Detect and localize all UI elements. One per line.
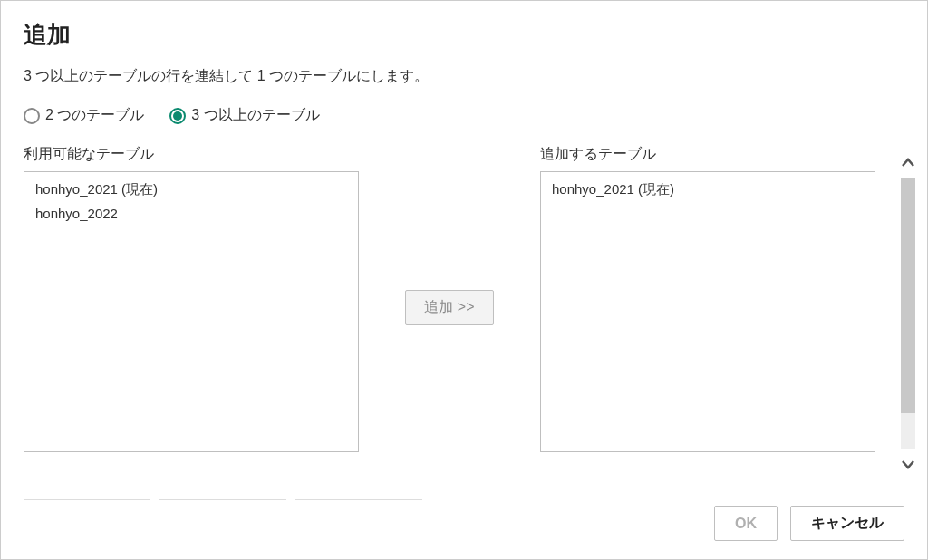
scroll-thumb[interactable] (901, 178, 915, 413)
divider (160, 499, 286, 501)
radio-label: 3 つ以上のテーブル (191, 106, 319, 125)
divider (24, 499, 150, 501)
hidden-controls-row (24, 499, 422, 501)
table-count-radio-group: 2 つのテーブル 3 つ以上のテーブル (24, 106, 904, 125)
available-tables-label: 利用可能なテーブル (24, 145, 359, 164)
radio-label: 2 つのテーブル (45, 106, 144, 125)
dialog-footer: OK キャンセル (714, 506, 904, 541)
middle-controls: 追加 >> (359, 145, 540, 452)
radio-two-tables[interactable]: 2 つのテーブル (24, 106, 144, 125)
vertical-scrollbar[interactable] (894, 150, 922, 477)
cancel-button[interactable]: キャンセル (790, 506, 904, 541)
scroll-down-icon[interactable] (895, 451, 921, 477)
dialog-title: 追加 (24, 19, 904, 51)
available-tables-listbox[interactable]: honhyo_2021 (現在) honhyo_2022 (24, 171, 359, 452)
add-button[interactable]: 追加 >> (405, 290, 493, 325)
list-item[interactable]: honhyo_2021 (現在) (550, 178, 865, 202)
scroll-track[interactable] (901, 178, 915, 449)
available-tables-column: 利用可能なテーブル honhyo_2021 (現在) honhyo_2022 (24, 145, 359, 452)
radio-icon (24, 108, 40, 124)
tables-body: 利用可能なテーブル honhyo_2021 (現在) honhyo_2022 追… (24, 145, 894, 452)
list-item[interactable]: honhyo_2021 (現在) (34, 178, 349, 202)
append-tables-listbox[interactable]: honhyo_2021 (現在) (540, 171, 875, 452)
ok-button[interactable]: OK (714, 506, 778, 541)
radio-three-or-more-tables[interactable]: 3 つ以上のテーブル (169, 106, 319, 125)
radio-icon (169, 108, 186, 124)
list-item[interactable]: honhyo_2022 (34, 202, 349, 225)
append-tables-column: 追加するテーブル honhyo_2021 (現在) (540, 145, 875, 452)
scroll-up-icon[interactable] (895, 150, 921, 176)
append-tables-label: 追加するテーブル (540, 145, 875, 164)
divider (295, 499, 422, 501)
dialog-description: 3 つ以上のテーブルの行を連結して 1 つのテーブルにします。 (24, 67, 904, 86)
